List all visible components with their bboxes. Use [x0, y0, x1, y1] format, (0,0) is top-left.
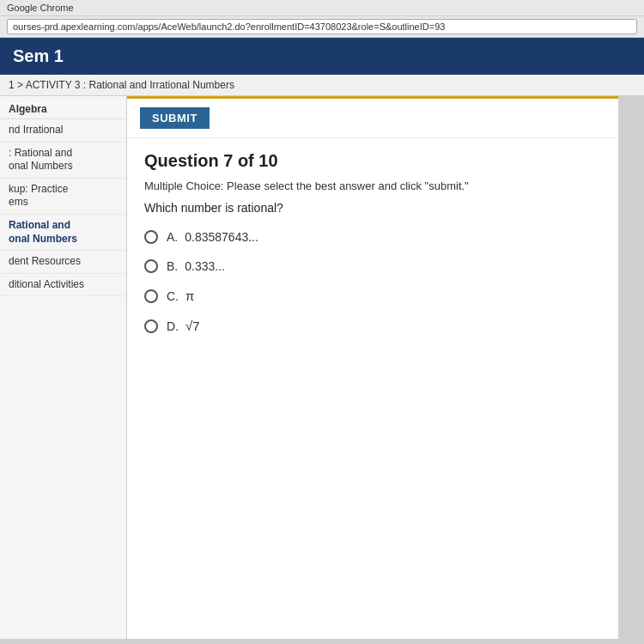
choice-label-a: A. [167, 230, 178, 244]
header-title: Sem 1 [13, 46, 64, 65]
choice-label-b: B. [167, 259, 178, 273]
radio-c[interactable] [144, 289, 158, 303]
choice-text-d: √7 [185, 319, 200, 333]
app-header: Sem 1 [0, 38, 644, 75]
browser-chrome: Google Chrome [0, 0, 644, 16]
address-bar-container: ourses-prd.apexlearning.com/apps/AceWeb/… [0, 16, 644, 38]
choice-b[interactable]: B. 0.333... [144, 259, 601, 273]
submit-bar: SUBMIT [127, 99, 618, 138]
breadcrumb: 1 > ACTIVITY 3 : Rational and Irrational… [0, 75, 644, 96]
question-instruction: Multiple Choice: Please select the best … [144, 179, 601, 192]
browser-label: Google Chrome [7, 3, 74, 13]
question-content: Question 7 of 10 Multiple Choice: Please… [127, 138, 618, 361]
choice-text-a: 0.83587643... [185, 230, 258, 244]
choice-text-c: π [185, 289, 194, 303]
right-panel [618, 96, 644, 639]
main-layout: Algebra nd Irrational : Rational andonal… [0, 96, 644, 639]
sidebar-item-practice[interactable]: kup: Practiceems [0, 179, 126, 215]
radio-a[interactable] [144, 230, 158, 244]
choice-c[interactable]: C. π [144, 289, 601, 303]
submit-button[interactable]: SUBMIT [140, 107, 210, 129]
sidebar: Algebra nd Irrational : Rational andonal… [0, 96, 127, 639]
breadcrumb-text: 1 > ACTIVITY 3 : Rational and Irrational… [9, 79, 234, 91]
sidebar-section-header: Algebra [0, 96, 126, 119]
question-title: Question 7 of 10 [144, 151, 601, 171]
choice-label-d: D. [167, 319, 179, 333]
radio-b[interactable] [144, 259, 158, 273]
choice-text-b: 0.333... [185, 259, 225, 273]
address-bar[interactable]: ourses-prd.apexlearning.com/apps/AceWeb/… [7, 19, 637, 34]
sidebar-item-nd-irrational[interactable]: nd Irrational [0, 119, 126, 143]
question-text: Which number is rational? [144, 201, 601, 215]
choice-label-c: C. [167, 289, 179, 303]
sidebar-item-student-resources[interactable]: dent Resources [0, 251, 126, 274]
radio-d[interactable] [144, 319, 158, 333]
choice-d[interactable]: D. √7 [144, 319, 601, 333]
choice-a[interactable]: A. 0.83587643... [144, 230, 601, 244]
sidebar-item-rational-and-1[interactable]: : Rational andonal Numbers [0, 143, 126, 179]
sidebar-item-additional-activities[interactable]: ditional Activities [0, 274, 126, 297]
sidebar-item-rational-and-2[interactable]: Rational andonal Numbers [0, 215, 126, 251]
content-area: SUBMIT Question 7 of 10 Multiple Choice:… [127, 96, 618, 639]
